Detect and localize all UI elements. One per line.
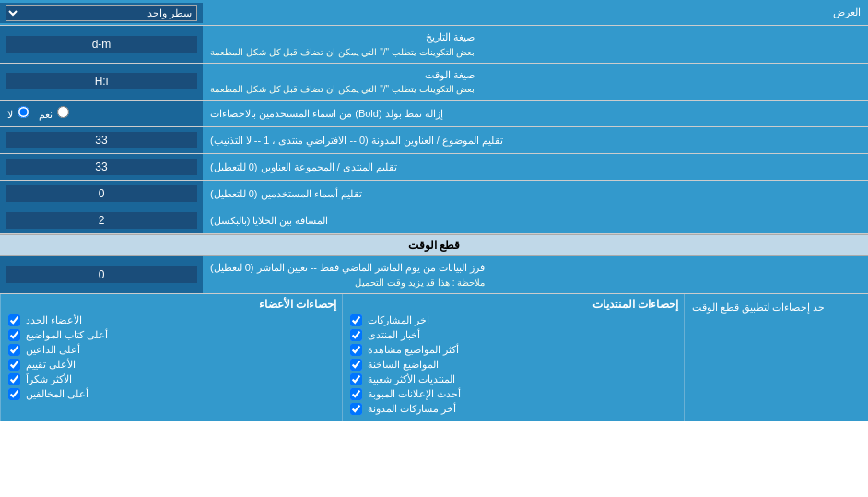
- bold-label: إزالة نمط بولد (Bold) من اسماء المستخدمي…: [203, 101, 868, 126]
- cb-item-top-writers: أعلى كتاب المواضيع: [6, 329, 336, 341]
- cb-item-new-members: الأعضاء الجدد: [6, 314, 336, 326]
- stats-col-members: إحصاءات الأعضاء الأعضاء الجدد أعلى كتاب …: [0, 294, 342, 421]
- cb-new-members[interactable]: [8, 314, 20, 326]
- stats-limit-label: حد إحصاءات لتطبيق قطع الوقت: [684, 294, 868, 421]
- bold-radio-no-label: لا: [7, 106, 31, 121]
- time-section-header: قطع الوقت: [0, 234, 868, 256]
- topics-input-cell: [0, 127, 203, 153]
- forum-input[interactable]: [6, 159, 197, 175]
- cb-item-forum-news: أخبار المنتدى: [348, 329, 678, 341]
- cb-hot-topics[interactable]: [350, 359, 362, 371]
- cb-item-hot-topics: المواضيع الساخنة: [348, 359, 678, 371]
- date-format-input[interactable]: [6, 36, 197, 53]
- cb-item-most-thanks: الأكثر شكراً: [6, 373, 336, 385]
- time-format-row: صيغة الوقت بعض التكوينات يتطلب "/" التي …: [0, 64, 868, 101]
- stats-cols: إحصاءات المنتديات اخر المشاركات أخبار ال…: [0, 294, 684, 421]
- bold-radio-yes-label: نعم: [39, 106, 71, 121]
- time-format-input-cell: [0, 64, 203, 101]
- stats-section: حد إحصاءات لتطبيق قطع الوقت إحصاءات المن…: [0, 294, 868, 421]
- users-input[interactable]: [6, 185, 197, 202]
- display-label: العرض: [203, 3, 868, 22]
- cb-top-inviters[interactable]: [8, 344, 20, 356]
- cb-most-viewed[interactable]: [350, 344, 362, 356]
- date-format-label: صيغة التاريخ: [210, 30, 475, 45]
- users-row: تقليم أسماء المستخدمين (0 للتعطيل): [0, 181, 868, 207]
- filter-note: ملاحظة : هذا قد يزيد وقت التحميل: [210, 276, 485, 290]
- topics-row: تقليم الموضوع / العناوين المدونة (0 -- ا…: [0, 127, 868, 154]
- cb-item-last-posts: اخر المشاركات: [348, 314, 678, 326]
- cb-classified-ads[interactable]: [350, 388, 362, 400]
- forum-row: تقليم المنتدى / المجموعة العناوين (0 للت…: [0, 154, 868, 181]
- cb-last-posts[interactable]: [350, 314, 362, 326]
- date-format-row: صيغة التاريخ بعض التكوينات يتطلب "/" الت…: [0, 26, 868, 64]
- gap-input-cell: [0, 207, 203, 233]
- bold-radio-yes[interactable]: [57, 106, 69, 118]
- users-label: تقليم أسماء المستخدمين (0 للتعطيل): [203, 181, 868, 207]
- bold-radio-cell: نعم لا: [0, 101, 203, 126]
- date-format-input-cell: [0, 26, 203, 63]
- stats-col2-header: إحصاءات الأعضاء: [6, 298, 336, 311]
- display-row: العرض سطر واحد سطرين ثلاثة أسطر: [0, 0, 868, 26]
- cb-item-top-inviters: أعلى الداعين: [6, 344, 336, 356]
- cb-popular-forums[interactable]: [350, 373, 362, 385]
- cb-item-classified-ads: أحدث الإعلانات المبوبة: [348, 388, 678, 400]
- cb-most-thanks[interactable]: [8, 373, 20, 385]
- cb-top-violators[interactable]: [8, 388, 20, 400]
- stats-col1-header: إحصاءات المنتديات: [348, 298, 678, 311]
- forum-label: تقليم المنتدى / المجموعة العناوين (0 للت…: [203, 154, 868, 180]
- filter-label-cell: فرز البيانات من يوم الماشر الماضي فقط --…: [203, 256, 868, 293]
- time-format-label-cell: صيغة الوقت بعض التكوينات يتطلب "/" التي …: [203, 64, 868, 101]
- gap-label: المسافة بين الخلايا (بالبكسل): [203, 207, 868, 233]
- display-dropdown-cell: سطر واحد سطرين ثلاثة أسطر: [0, 3, 203, 23]
- filter-input-cell: [0, 256, 203, 293]
- topics-label: تقليم الموضوع / العناوين المدونة (0 -- ا…: [203, 127, 868, 153]
- time-format-label: صيغة الوقت: [210, 67, 475, 83]
- filter-label: فرز البيانات من يوم الماشر الماضي فقط --…: [210, 260, 485, 276]
- time-format-note: بعض التكوينات يتطلب "/" التي يمكن ان تضا…: [210, 82, 475, 96]
- page-wrapper: العرض سطر واحد سطرين ثلاثة أسطر صيغة الت…: [0, 0, 868, 421]
- bold-radio-no[interactable]: [18, 106, 29, 118]
- cb-top-rated[interactable]: [8, 359, 20, 371]
- bold-row: إزالة نمط بولد (Bold) من اسماء المستخدمي…: [0, 101, 868, 127]
- date-format-note: بعض التكوينات يتطلب "/" التي يمكن ان تضا…: [210, 45, 475, 59]
- topics-input[interactable]: [6, 132, 197, 148]
- display-select[interactable]: سطر واحد سطرين ثلاثة أسطر: [6, 5, 197, 21]
- cb-item-popular-forums: المنتديات الأكثر شعبية: [348, 373, 678, 385]
- cb-item-top-violators: أعلى المخالفين: [6, 388, 336, 400]
- gap-input[interactable]: [6, 212, 197, 229]
- time-format-input[interactable]: [6, 73, 197, 89]
- filter-row: فرز البيانات من يوم الماشر الماضي فقط --…: [0, 256, 868, 294]
- cb-top-writers[interactable]: [8, 329, 20, 341]
- stats-col-forums: إحصاءات المنتديات اخر المشاركات أخبار ال…: [342, 294, 684, 421]
- users-input-cell: [0, 181, 203, 207]
- forum-input-cell: [0, 154, 203, 180]
- cb-item-most-viewed: أكثر المواضيع مشاهدة: [348, 344, 678, 356]
- cb-blog-posts[interactable]: [350, 403, 362, 415]
- cb-item-blog-posts: أخر مشاركات المدونة: [348, 403, 678, 415]
- date-format-label-cell: صيغة التاريخ بعض التكوينات يتطلب "/" الت…: [203, 26, 868, 63]
- cb-forum-news[interactable]: [350, 329, 362, 341]
- filter-input[interactable]: [6, 266, 197, 283]
- cb-item-top-rated: الأعلى تقييم: [6, 359, 336, 371]
- gap-row: المسافة بين الخلايا (بالبكسل): [0, 207, 868, 234]
